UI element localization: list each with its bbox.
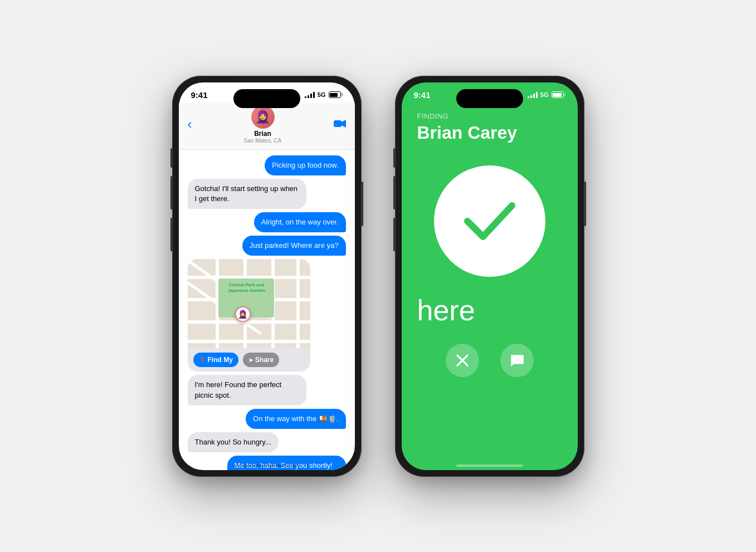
phones-container: 9:41 5G	[172, 76, 584, 477]
message-bubble-received-1: Gotcha! I'll start setting up when I get…	[188, 179, 306, 209]
message-bubble-sent-3: Just parked! Where are ya?	[242, 236, 346, 256]
find-my-button[interactable]: 📍 Find My	[193, 353, 238, 367]
map-bubble: Central Park andJapanese Garden 🧕 📍 Find…	[188, 259, 310, 372]
facetime-button[interactable]	[334, 118, 346, 131]
dynamic-island-2	[456, 89, 523, 108]
home-indicator-2	[456, 465, 523, 467]
share-button[interactable]: ➤ Share	[243, 353, 279, 367]
phone-2: 9:41 ▲ 5G	[395, 76, 584, 477]
avatar: 🧕	[251, 105, 275, 129]
findmy-header: FINDING Brian Carey	[402, 103, 578, 154]
imessage-screen: 9:41 5G	[179, 82, 355, 470]
message-bubble-sent-4: On the way with the 🍱🧋.	[246, 409, 345, 429]
msg-row: I'm here! Found the perfect picnic spot.	[188, 375, 346, 405]
park-label: Central Park andJapanese Garden	[222, 282, 271, 293]
message-bubble-received-3: Thank you! So hungry...	[188, 432, 279, 452]
svg-rect-0	[334, 120, 342, 127]
map-actions: 📍 Find My ➤ Share	[188, 348, 310, 372]
msg-row: Picking up food now.	[188, 155, 346, 175]
contact-name-1: Brian	[254, 130, 271, 138]
message-bubble-received-2: I'm here! Found the perfect picnic spot.	[188, 375, 306, 405]
find-my-label: Find My	[208, 356, 233, 364]
time-1: 9:41	[191, 90, 208, 100]
location-pin: 🧕	[235, 306, 251, 322]
status-icons-2: ▲ 5G	[519, 91, 565, 98]
close-button[interactable]	[446, 344, 479, 377]
battery-1	[329, 91, 343, 98]
findmy-actions	[402, 327, 578, 377]
share-label: Share	[255, 356, 274, 364]
msg-row: Me too, haha. See you shortly! 😎 Deliver…	[188, 456, 346, 470]
msg-row: Gotcha! I'll start setting up when I get…	[188, 179, 346, 209]
message-bubble-sent-2: Alright, on the way over.	[254, 212, 346, 232]
home-indicator-1	[233, 465, 300, 467]
msg-row: Thank you! So hungry...	[188, 432, 346, 452]
battery-2	[552, 91, 565, 98]
here-text: here	[402, 277, 578, 327]
map-message-row: Central Park andJapanese Garden 🧕 📍 Find…	[188, 259, 346, 372]
contact-location: San Mateo, CA	[244, 138, 282, 144]
msg-row: On the way with the 🍱🧋.	[188, 409, 346, 429]
finding-label: FINDING	[417, 112, 562, 120]
signal-bars-2	[528, 91, 538, 98]
message-button[interactable]	[500, 344, 534, 377]
messages-header: ‹ 🧕 Brian San Mateo, CA	[179, 103, 355, 150]
dynamic-island-1	[233, 89, 300, 108]
5g-badge-1: 5G	[318, 91, 326, 98]
map-image: Central Park andJapanese Garden 🧕	[188, 259, 310, 348]
checkmark-icon	[462, 199, 518, 243]
message-bubble-sent-5: Me too, haha. See you shortly! 😎	[227, 456, 346, 470]
message-bubble-sent-1: Picking up food now.	[265, 155, 345, 175]
map-background: Central Park andJapanese Garden 🧕	[188, 259, 310, 348]
msg-row: Just parked! Where are ya?	[188, 236, 346, 256]
svg-marker-1	[342, 120, 346, 128]
msg-row: Alright, on the way over.	[188, 212, 346, 232]
5g-badge-2: 5G	[540, 91, 549, 98]
checkmark-circle	[434, 165, 545, 277]
phone-1: 9:41 5G	[172, 76, 362, 477]
messages-list: Picking up food now. Gotcha! I'll start …	[179, 150, 355, 470]
signal-bars-1	[305, 91, 315, 98]
findmy-screen: 9:41 ▲ 5G	[402, 82, 578, 470]
contact-full-name: Brian Carey	[417, 123, 562, 143]
time-2: 9:41	[414, 90, 431, 100]
contact-info: 🧕 Brian San Mateo, CA	[244, 105, 282, 144]
status-icons-1: 5G	[305, 91, 343, 98]
back-button[interactable]: ‹	[188, 116, 192, 132]
